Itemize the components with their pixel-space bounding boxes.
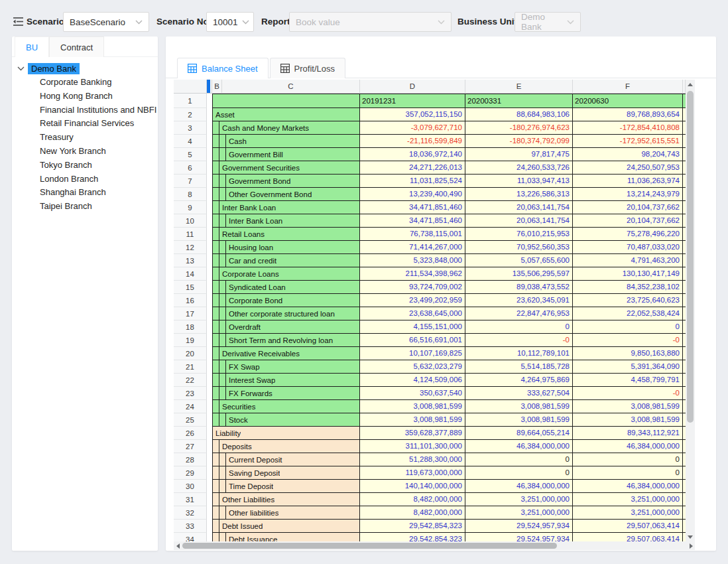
value-cell[interactable]: -0 — [573, 334, 683, 347]
value-cell[interactable]: 119,673,000,000 — [360, 466, 465, 480]
value-cell[interactable]: -172,952,615,551 — [573, 135, 683, 148]
value-cell[interactable]: 97,817,475 — [465, 148, 573, 161]
value-cell[interactable]: 10,112,789,101 — [465, 347, 573, 360]
value-cell[interactable]: -180,276,974,623 — [465, 121, 573, 135]
value-cell[interactable]: 4,458,799,791 — [573, 374, 683, 387]
row-number[interactable]: 23 — [174, 387, 207, 400]
tree-node-item[interactable]: Hong Kong Branch — [12, 90, 158, 104]
row-number[interactable]: 8 — [174, 188, 207, 201]
value-cell[interactable]: 0 — [573, 320, 683, 334]
vertical-scrollbar[interactable] — [686, 80, 695, 541]
column-header-d[interactable]: D — [360, 80, 465, 94]
value-cell[interactable]: 51,288,300,000 — [360, 453, 465, 466]
value-cell[interactable]: 70,952,560,353 — [465, 241, 573, 254]
scroll-down-button[interactable] — [686, 532, 695, 541]
label-cell[interactable]: Car and credit — [212, 254, 360, 267]
value-cell[interactable]: 3,008,981,599 — [465, 400, 573, 413]
value-cell[interactable]: 0 — [465, 320, 573, 334]
value-cell[interactable]: 98,204,743 — [573, 148, 683, 161]
row-number[interactable]: 16 — [174, 294, 207, 307]
label-cell[interactable]: Other liabilities — [212, 506, 360, 520]
sidebar-tab-bu[interactable]: BU — [15, 36, 49, 57]
row-number[interactable]: 11 — [174, 228, 207, 241]
label-cell[interactable]: Government Bill — [212, 148, 360, 161]
value-cell[interactable]: 24,250,507,953 — [573, 161, 683, 175]
value-cell[interactable]: 8,482,000,000 — [360, 493, 465, 506]
value-cell[interactable]: 20,104,737,662 — [573, 201, 683, 214]
value-cell[interactable]: 4,264,975,869 — [465, 374, 573, 387]
tree-node-item[interactable]: Treasury — [12, 131, 158, 145]
value-cell[interactable]: 3,251,000,000 — [465, 493, 573, 506]
row-number[interactable]: 28 — [174, 453, 207, 466]
value-cell[interactable]: 89,343,112,921 — [573, 427, 683, 440]
label-cell[interactable]: FX Swap — [212, 360, 360, 374]
label-cell[interactable]: Corporate Loans — [212, 267, 360, 281]
row-number[interactable]: 22 — [174, 374, 207, 387]
row-number[interactable]: 29 — [174, 466, 207, 480]
row-number[interactable]: 20 — [174, 347, 207, 360]
value-cell[interactable]: 75,278,496,220 — [573, 228, 683, 241]
row-number[interactable]: 31 — [174, 493, 207, 506]
value-cell[interactable]: 76,010,215,953 — [465, 228, 573, 241]
value-cell[interactable]: 20,063,141,754 — [465, 214, 573, 228]
value-cell[interactable]: 5,057,655,600 — [465, 254, 573, 267]
value-cell[interactable]: 18,036,972,140 — [360, 148, 465, 161]
report-tab-balance-sheet[interactable]: Balance Sheet — [177, 58, 269, 78]
value-cell[interactable]: -3,079,627,710 — [360, 121, 465, 135]
value-cell[interactable]: 135,506,295,597 — [465, 267, 573, 281]
value-cell[interactable]: 24,260,533,726 — [465, 161, 573, 175]
tree-node-item[interactable]: New York Branch — [12, 145, 158, 159]
value-cell[interactable]: 3,008,981,599 — [573, 413, 683, 427]
value-cell[interactable]: 4,791,463,200 — [573, 254, 683, 267]
date-header-cell[interactable]: 20191231 — [360, 94, 465, 108]
value-cell[interactable]: 23,499,202,959 — [360, 294, 465, 307]
row-number[interactable]: 26 — [174, 427, 207, 440]
scenario-no-select[interactable]: 10001 — [206, 12, 254, 32]
value-cell[interactable]: 29,542,854,323 — [360, 520, 465, 533]
tree-node-item[interactable]: Financial Institutions and NBFI — [12, 104, 158, 117]
label-cell[interactable]: Inter Bank Loan — [212, 201, 360, 214]
value-cell[interactable]: 11,031,825,524 — [360, 175, 465, 188]
value-cell[interactable]: 0 — [573, 453, 683, 466]
tree-node-label-selected[interactable]: Demo Bank — [28, 63, 80, 74]
value-cell[interactable]: 0 — [465, 466, 573, 480]
value-cell[interactable]: 13,239,400,490 — [360, 188, 465, 201]
value-cell[interactable]: 29,524,957,934 — [465, 520, 573, 533]
value-cell[interactable]: 22,847,476,953 — [465, 307, 573, 320]
date-header-cell[interactable]: 20200630 — [573, 94, 683, 108]
row-number[interactable]: 19 — [174, 334, 207, 347]
label-cell[interactable]: Housing loan — [212, 241, 360, 254]
row-number[interactable]: 9 — [174, 201, 207, 214]
value-cell[interactable]: 8,482,000,000 — [360, 506, 465, 520]
tree-node-item[interactable]: London Branch — [12, 173, 158, 186]
value-cell[interactable]: 88,684,983,106 — [465, 108, 573, 121]
row-number[interactable]: 30 — [174, 480, 207, 493]
value-cell[interactable]: 3,008,981,599 — [360, 400, 465, 413]
label-cell[interactable]: Inter Bank Loan — [212, 214, 360, 228]
label-cell[interactable]: Government Bond — [212, 175, 360, 188]
value-cell[interactable]: 46,384,000,000 — [573, 480, 683, 493]
label-cell[interactable]: Syndicated Loan — [212, 281, 360, 294]
row-number[interactable]: 34 — [174, 533, 207, 541]
label-cell[interactable]: Current Deposit — [212, 453, 360, 466]
value-cell[interactable]: 23,620,345,091 — [465, 294, 573, 307]
value-cell[interactable]: 11,033,947,413 — [465, 175, 573, 188]
label-cell[interactable]: Stock — [212, 413, 360, 427]
label-cell[interactable]: Other Government Bond — [212, 188, 360, 201]
value-cell[interactable]: 359,628,377,889 — [360, 427, 465, 440]
value-cell[interactable]: 130,130,417,149 — [573, 267, 683, 281]
label-cell[interactable]: Liability — [212, 427, 360, 440]
value-cell[interactable]: -0 — [465, 334, 573, 347]
report-tab-profit-loss[interactable]: Profit/Loss — [270, 58, 345, 78]
label-cell[interactable]: Overdraft — [212, 320, 360, 334]
value-cell[interactable]: 311,101,300,000 — [360, 440, 465, 453]
column-header-a[interactable] — [207, 80, 212, 94]
value-cell[interactable]: 3,251,000,000 — [465, 506, 573, 520]
value-cell[interactable]: 140,140,000,000 — [360, 480, 465, 493]
row-number[interactable]: 4 — [174, 135, 207, 148]
value-cell[interactable]: 5,632,023,279 — [360, 360, 465, 374]
value-cell[interactable]: 23,638,645,000 — [360, 307, 465, 320]
row-number[interactable]: 15 — [174, 281, 207, 294]
value-cell[interactable]: 11,036,263,974 — [573, 175, 683, 188]
sidebar-tab-contract[interactable]: Contract — [49, 36, 104, 57]
